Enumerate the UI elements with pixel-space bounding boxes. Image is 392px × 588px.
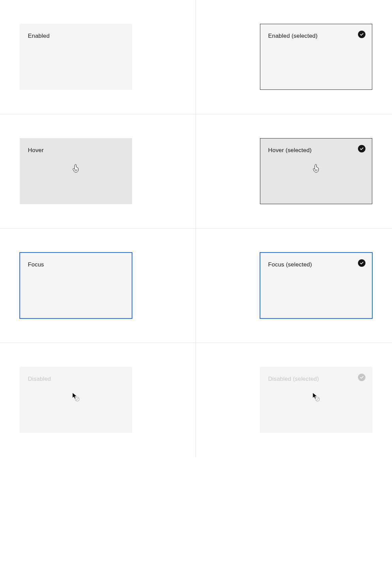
tile-enabled[interactable]: Enabled — [20, 24, 132, 90]
tile-disabled: Disabled — [20, 367, 132, 433]
checkmark-filled-icon — [358, 374, 365, 381]
tile-disabled-selected: Disabled (selected) — [260, 367, 372, 433]
tile-focus[interactable]: Focus — [20, 252, 132, 318]
tile-label: Focus (selected) — [268, 261, 312, 268]
tile-focus-selected[interactable]: Focus (selected) — [260, 252, 372, 318]
tile-label: Hover — [28, 147, 44, 153]
tile-label: Enabled — [28, 33, 50, 39]
not-allowed-cursor-icon — [71, 392, 80, 402]
svg-line-9 — [316, 398, 319, 401]
checkmark-filled-icon — [358, 31, 365, 38]
cell-hover: Hover — [0, 114, 196, 229]
cell-disabled-selected: Disabled (selected) — [196, 343, 392, 457]
tile-label: Focus — [28, 261, 44, 268]
cell-hover-selected: Hover (selected) — [196, 114, 392, 229]
tile-states-grid: Enabled Enabled (selected) Hover — [0, 0, 392, 457]
checkmark-filled-icon — [358, 259, 365, 267]
tile-hover[interactable]: Hover — [20, 138, 132, 204]
cell-focus: Focus — [0, 229, 196, 343]
cell-focus-selected: Focus (selected) — [196, 229, 392, 343]
cell-disabled: Disabled — [0, 343, 196, 457]
cell-enabled: Enabled — [0, 0, 196, 114]
tile-label: Disabled — [28, 376, 51, 382]
not-allowed-cursor-icon — [312, 392, 321, 402]
tile-label: Enabled (selected) — [268, 33, 317, 39]
tile-enabled-selected[interactable]: Enabled (selected) — [260, 24, 372, 90]
tile-label: Disabled (selected) — [268, 376, 319, 382]
tile-label: Hover (selected) — [268, 147, 312, 153]
svg-line-7 — [76, 398, 79, 401]
checkmark-filled-icon — [358, 145, 365, 152]
cell-enabled-selected: Enabled (selected) — [196, 0, 392, 114]
pointer-cursor-icon — [72, 164, 80, 173]
tile-hover-selected[interactable]: Hover (selected) — [260, 138, 372, 204]
pointer-cursor-icon — [312, 164, 320, 173]
